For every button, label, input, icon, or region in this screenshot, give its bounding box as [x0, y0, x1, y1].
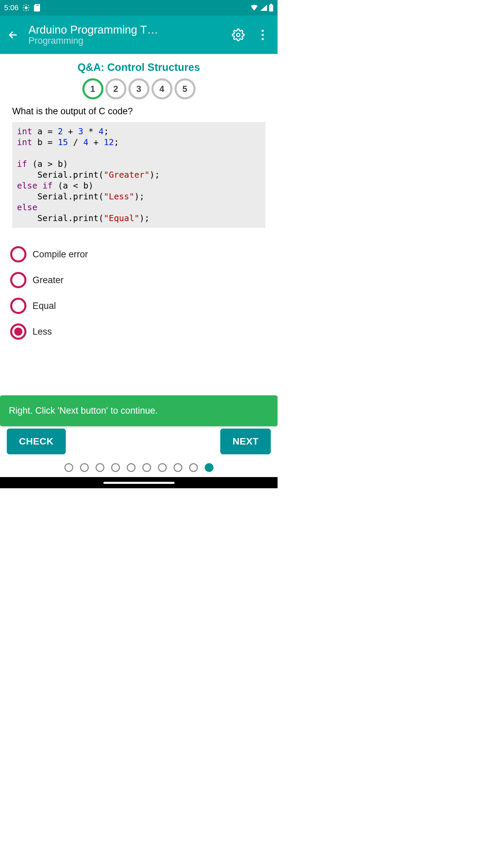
question-text: What is the output of C code?	[5, 106, 272, 122]
appbar-title: Arduino Programming T…	[28, 23, 226, 36]
page-dot[interactable]	[174, 463, 182, 472]
svg-point-0	[25, 7, 27, 9]
battery-icon	[269, 4, 273, 12]
appbar-subtitle: Programming	[28, 36, 226, 46]
svg-rect-2	[38, 5, 38, 6]
svg-rect-1	[37, 5, 37, 6]
radio-icon	[10, 246, 26, 262]
step-5[interactable]: 5	[175, 78, 196, 99]
answer-option-greater[interactable]: Greater	[5, 267, 272, 293]
step-4[interactable]: 4	[151, 78, 172, 99]
status-bar: 5:06	[0, 0, 278, 16]
sd-card-icon	[34, 4, 40, 12]
svg-point-7	[262, 34, 264, 36]
settings-button[interactable]	[229, 25, 248, 44]
svg-point-5	[237, 33, 240, 37]
page-dot[interactable]	[64, 463, 73, 472]
page-dot[interactable]	[142, 463, 151, 472]
gear-icon	[232, 28, 245, 41]
check-button[interactable]: CHECK	[7, 429, 66, 454]
radio-icon	[10, 272, 26, 288]
status-time: 5:06	[4, 3, 19, 12]
page-dots	[0, 457, 278, 477]
svg-point-6	[262, 29, 264, 32]
page-dot-active[interactable]	[205, 463, 214, 472]
page-dot[interactable]	[80, 463, 89, 472]
android-navbar	[0, 477, 278, 488]
answer-option-less[interactable]: Less	[5, 319, 272, 344]
feedback-banner: Right. Click 'Next button' to continue.	[0, 395, 278, 426]
button-row: CHECK NEXT	[0, 426, 278, 457]
content-area: Q&A: Control Structures 1 2 3 4 5 What i…	[0, 54, 278, 426]
back-button[interactable]	[3, 25, 23, 45]
answer-option-compile-error[interactable]: Compile error	[5, 241, 272, 267]
svg-rect-3	[269, 5, 273, 12]
step-2[interactable]: 2	[105, 78, 126, 99]
page-dot[interactable]	[158, 463, 167, 472]
overflow-menu-button[interactable]	[253, 25, 272, 44]
svg-rect-4	[270, 4, 272, 5]
answer-label: Less	[33, 327, 52, 337]
page-dot[interactable]	[189, 463, 198, 472]
answer-label: Greater	[33, 275, 64, 285]
page-dot[interactable]	[127, 463, 136, 472]
page-dot[interactable]	[96, 463, 104, 472]
step-3[interactable]: 3	[128, 78, 149, 99]
next-button[interactable]: NEXT	[220, 429, 271, 454]
cell-signal-icon	[260, 4, 267, 11]
status-left: 5:06	[4, 3, 40, 12]
appbar-titles: Arduino Programming T… Programming	[23, 23, 226, 46]
answer-label: Equal	[33, 301, 56, 311]
answer-label: Compile error	[33, 249, 88, 260]
app-bar: Arduino Programming T… Programming	[0, 16, 278, 54]
qa-heading: Q&A: Control Structures	[5, 54, 272, 78]
status-right	[250, 4, 273, 12]
wifi-icon	[250, 4, 259, 11]
settings-gear-status-icon	[22, 4, 30, 12]
kebab-icon	[261, 29, 264, 40]
answer-option-equal[interactable]: Equal	[5, 293, 272, 319]
step-indicator: 1 2 3 4 5	[5, 78, 272, 99]
arrow-left-icon	[7, 29, 19, 41]
step-1[interactable]: 1	[82, 78, 103, 99]
page-dot[interactable]	[111, 463, 120, 472]
nav-handle[interactable]	[103, 482, 175, 484]
code-block: int a = 2 + 3 * 4; int b = 15 / 4 + 12; …	[12, 122, 265, 228]
svg-point-8	[262, 38, 264, 40]
answer-list: Compile error Greater Equal Less	[5, 228, 272, 344]
radio-icon	[10, 298, 26, 314]
radio-icon	[10, 323, 26, 340]
